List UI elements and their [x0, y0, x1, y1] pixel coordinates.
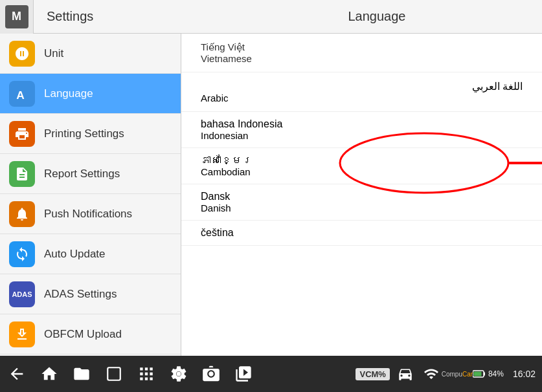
- sidebar-item-vehicle[interactable]: Vehicle List: [0, 354, 181, 356]
- camera-icon[interactable]: [201, 364, 221, 384]
- sidebar-label-unit: Unit: [44, 47, 63, 60]
- sidebar-label-report: Report Settings: [44, 168, 120, 180]
- sidebar-label-push: Push Notifications: [44, 208, 132, 221]
- sidebar-item-printing[interactable]: Printing Settings: [0, 114, 181, 154]
- home-icon[interactable]: [39, 364, 60, 384]
- logo-m-icon: M: [5, 5, 28, 28]
- list-item[interactable]: Dansk Danish: [181, 184, 542, 221]
- sidebar-item-report[interactable]: Report Settings: [0, 154, 181, 194]
- files-icon[interactable]: [71, 364, 92, 384]
- adas-icon: ADAS: [9, 281, 35, 307]
- sidebar-label-obfcm: OBFCM Upload: [44, 328, 122, 341]
- bottom-bar: VCM% CompuCar 84% 16:02: [0, 356, 542, 392]
- autoupdate-icon: [9, 241, 35, 267]
- page-title: Settings: [34, 9, 212, 24]
- list-item[interactable]: Tiếng Việt Vietnamese: [181, 34, 542, 72]
- main-area: Unit A Language Printing Settings Report…: [0, 34, 542, 356]
- svg-rect-4: [107, 367, 120, 380]
- svg-text:A: A: [16, 88, 25, 101]
- svg-rect-7: [484, 373, 485, 376]
- printing-icon: [9, 121, 35, 147]
- svg-rect-8: [473, 372, 481, 376]
- sidebar-item-obfcm[interactable]: OBFCM Upload: [0, 314, 181, 354]
- push-icon: [9, 201, 35, 227]
- arabic-english: Arabic: [201, 93, 523, 103]
- grid-icon[interactable]: [136, 364, 157, 384]
- svg-point-5: [177, 372, 181, 376]
- sidebar: Unit A Language Printing Settings Report…: [0, 34, 181, 356]
- list-item[interactable]: ភាសាខ្មែរ Cambodian: [181, 148, 542, 184]
- compucar-logo: CompuCar: [447, 364, 468, 384]
- sidebar-label-adas: ADAS Settings: [44, 288, 117, 301]
- back-icon[interactable]: [6, 364, 27, 384]
- media-icon[interactable]: [233, 364, 254, 384]
- sidebar-label-language: Language: [44, 87, 93, 100]
- square-icon[interactable]: [104, 364, 124, 384]
- vcm-badge: VCM%: [356, 368, 389, 380]
- sidebar-label-autoupdate: Auto Update: [44, 248, 106, 261]
- language-icon: A: [9, 81, 35, 107]
- bottom-nav: [6, 364, 254, 384]
- content-area: Tiếng Việt Vietnamese اللغة العربي Arabi…: [181, 34, 542, 356]
- car-icon: [395, 364, 416, 384]
- section-title: Language: [212, 9, 542, 24]
- settings-icon[interactable]: [168, 364, 189, 384]
- logo-button[interactable]: M: [0, 0, 34, 34]
- time-display: 16:02: [513, 369, 536, 379]
- arabic-native: اللغة العربي: [201, 80, 523, 93]
- sidebar-label-printing: Printing Settings: [44, 127, 124, 140]
- battery-status: 84%: [473, 369, 504, 378]
- bottom-right: VCM% CompuCar 84% 16:02: [356, 364, 536, 384]
- list-item-arabic[interactable]: اللغة العربي Arabic: [181, 72, 542, 112]
- report-icon: [9, 161, 35, 187]
- sidebar-item-adas[interactable]: ADAS ADAS Settings: [0, 274, 181, 314]
- obfcm-icon: [9, 321, 35, 347]
- top-bar: M Settings Language: [0, 0, 542, 34]
- sidebar-item-unit[interactable]: Unit: [0, 34, 181, 74]
- sidebar-item-language[interactable]: A Language: [0, 74, 181, 114]
- sidebar-item-autoupdate[interactable]: Auto Update: [0, 234, 181, 274]
- list-item[interactable]: čeština: [181, 221, 542, 246]
- sidebar-item-push[interactable]: Push Notifications: [0, 194, 181, 234]
- list-item[interactable]: bahasa Indonesia Indonesian: [181, 112, 542, 148]
- language-list: Tiếng Việt Vietnamese اللغة العربي Arabi…: [181, 34, 542, 246]
- unit-icon: [9, 41, 35, 67]
- wifi-icon: [421, 364, 442, 384]
